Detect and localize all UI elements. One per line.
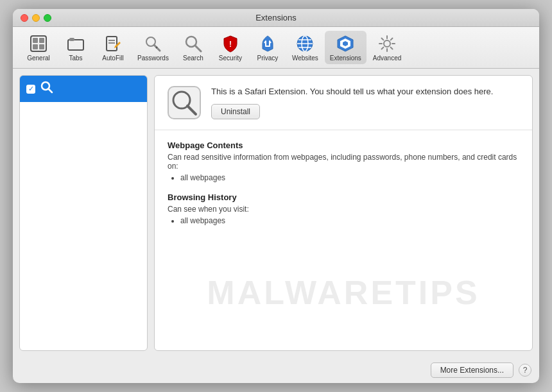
toolbar-item-advanced[interactable]: Advanced [368, 31, 406, 64]
list-item: all webpages [180, 173, 519, 182]
title-bar: Extensions [13, 9, 539, 27]
svg-rect-6 [69, 38, 74, 41]
toolbar-item-autofill[interactable]: AutoFill [95, 31, 131, 64]
toolbar-label-websites: Websites [292, 55, 318, 62]
detail-desc-webpage: Can read sensitive information from webp… [168, 153, 519, 171]
svg-rect-5 [68, 40, 83, 50]
maximize-button[interactable] [44, 14, 51, 22]
svg-line-31 [391, 38, 393, 40]
svg-line-30 [391, 47, 393, 49]
detail-section-history: Browsing History Can see when you visit:… [168, 192, 519, 225]
svg-line-29 [382, 38, 384, 40]
toolbar-item-general[interactable]: General [21, 31, 56, 64]
detail-section-webpage: Webpage Contents Can read sensitive info… [168, 141, 519, 182]
toolbar-label-advanced: Advanced [373, 55, 401, 62]
svg-rect-3 [33, 44, 38, 49]
svg-line-36 [187, 106, 196, 114]
toolbar-label-security: Security [219, 55, 242, 62]
tabs-icon [65, 33, 86, 54]
autofill-icon [103, 33, 123, 54]
detail-list-webpage: all webpages [168, 173, 519, 182]
extension-checkbox[interactable]: ✓ [26, 85, 35, 94]
sidebar-extension-icon [40, 81, 53, 97]
toolbar-item-extensions[interactable]: Extensions [325, 31, 367, 64]
detail-list-history: all webpages [168, 216, 519, 225]
privacy-icon [257, 33, 278, 54]
traffic-lights [21, 14, 51, 22]
toolbar-item-search[interactable]: Search [175, 31, 211, 64]
uninstall-button[interactable]: Uninstall [211, 104, 260, 119]
svg-rect-1 [33, 38, 38, 43]
help-button[interactable]: ? [519, 364, 531, 377]
svg-line-12 [156, 47, 157, 48]
sidebar: ✓ [19, 75, 148, 351]
extensions-icon [335, 33, 356, 54]
content-area: ✓ MALWARETIPS [13, 69, 539, 357]
toolbar-label-autofill: AutoFill [102, 55, 123, 62]
advanced-icon [377, 33, 397, 54]
detail-title-webpage: Webpage Contents [168, 141, 519, 150]
detail-title-history: Browsing History [168, 192, 519, 202]
window-title: Extensions [255, 13, 297, 22]
security-icon: ! [220, 33, 241, 54]
main-panel: MALWARETIPS This is a Safari Extension. … [154, 75, 533, 351]
toolbar-item-passwords[interactable]: Passwords [132, 31, 174, 64]
extension-icon [168, 86, 201, 119]
toolbar-label-tabs: Tabs [69, 55, 82, 62]
toolbar-item-websites[interactable]: Websites [287, 31, 323, 64]
passwords-icon [142, 33, 163, 54]
extension-info: This is a Safari Extension. You should t… [211, 86, 519, 119]
toolbar-item-security[interactable]: ! Security [212, 31, 248, 64]
toolbar-label-passwords: Passwords [137, 55, 169, 62]
svg-line-14 [195, 46, 201, 51]
toolbar-label-privacy: Privacy [257, 55, 279, 62]
extension-header: This is a Safari Extension. You should t… [155, 76, 532, 130]
toolbar-item-privacy[interactable]: Privacy [250, 31, 286, 64]
sidebar-item-search-ext[interactable]: ✓ [20, 76, 147, 102]
svg-point-24 [384, 40, 390, 47]
detail-desc-history: Can see when you visit: [168, 205, 519, 214]
svg-rect-2 [39, 38, 44, 43]
toolbar-label-extensions: Extensions [330, 55, 361, 62]
more-extensions-button[interactable]: More Extensions... [431, 362, 513, 378]
svg-line-34 [49, 89, 53, 93]
toolbar-label-search: Search [183, 55, 203, 62]
websites-icon [295, 33, 315, 54]
footer: More Extensions... ? [13, 357, 539, 383]
extension-details: Webpage Contents Can read sensitive info… [155, 130, 532, 350]
close-button[interactable] [21, 14, 28, 22]
extension-description: This is a Safari Extension. You should t… [211, 86, 519, 98]
general-icon [28, 33, 49, 54]
toolbar-label-general: General [27, 55, 50, 62]
search-icon [183, 33, 203, 54]
toolbar-item-tabs[interactable]: Tabs [58, 31, 94, 64]
app-window: Extensions General T [13, 9, 539, 383]
minimize-button[interactable] [32, 14, 40, 22]
svg-line-32 [382, 47, 384, 49]
svg-text:!: ! [229, 40, 232, 49]
svg-rect-4 [39, 44, 44, 49]
toolbar: General Tabs AutoFill [13, 27, 539, 69]
list-item: all webpages [180, 216, 519, 225]
